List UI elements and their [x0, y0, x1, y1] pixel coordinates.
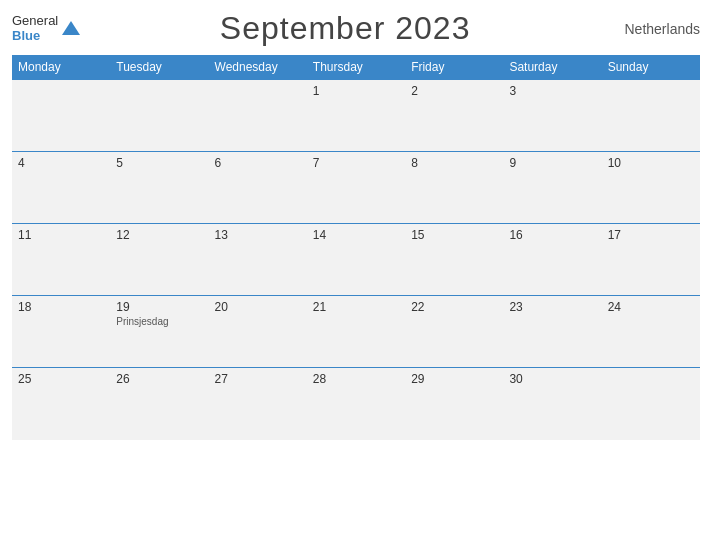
calendar-cell: 20 — [209, 296, 307, 368]
day-number: 11 — [18, 228, 104, 242]
day-number: 22 — [411, 300, 497, 314]
logo: GeneralBlue — [12, 14, 80, 43]
weekday-header: Monday — [12, 55, 110, 80]
day-number: 23 — [509, 300, 595, 314]
calendar-cell: 12 — [110, 224, 208, 296]
calendar-cell: 1 — [307, 80, 405, 152]
calendar-table: MondayTuesdayWednesdayThursdayFridaySatu… — [12, 55, 700, 440]
calendar-cell: 8 — [405, 152, 503, 224]
day-number: 21 — [313, 300, 399, 314]
day-number: 5 — [116, 156, 202, 170]
weekday-header: Wednesday — [209, 55, 307, 80]
weekday-header: Sunday — [602, 55, 700, 80]
day-number: 16 — [509, 228, 595, 242]
day-number: 26 — [116, 372, 202, 386]
calendar-week-row: 123 — [12, 80, 700, 152]
weekday-header: Tuesday — [110, 55, 208, 80]
country-label: Netherlands — [610, 21, 700, 37]
calendar-cell: 21 — [307, 296, 405, 368]
weekday-header: Friday — [405, 55, 503, 80]
logo-text: GeneralBlue — [12, 14, 58, 43]
weekday-header: Thursday — [307, 55, 405, 80]
day-number: 25 — [18, 372, 104, 386]
weekday-header: Saturday — [503, 55, 601, 80]
day-number: 3 — [509, 84, 595, 98]
calendar-cell: 10 — [602, 152, 700, 224]
calendar-cell: 2 — [405, 80, 503, 152]
day-number: 24 — [608, 300, 694, 314]
calendar-cell: 14 — [307, 224, 405, 296]
day-number: 14 — [313, 228, 399, 242]
day-number: 18 — [18, 300, 104, 314]
day-number: 17 — [608, 228, 694, 242]
calendar-container: GeneralBlue September 2023 Netherlands M… — [0, 0, 712, 550]
day-number: 7 — [313, 156, 399, 170]
calendar-cell: 6 — [209, 152, 307, 224]
calendar-cell: 11 — [12, 224, 110, 296]
calendar-cell: 26 — [110, 368, 208, 440]
calendar-cell: 9 — [503, 152, 601, 224]
logo-triangle-icon — [62, 21, 80, 35]
calendar-cell: 19Prinsjesdag — [110, 296, 208, 368]
calendar-cell — [602, 368, 700, 440]
day-number: 15 — [411, 228, 497, 242]
calendar-cell: 22 — [405, 296, 503, 368]
day-number: 4 — [18, 156, 104, 170]
calendar-cell — [12, 80, 110, 152]
calendar-cell: 18 — [12, 296, 110, 368]
calendar-cell: 27 — [209, 368, 307, 440]
day-number: 10 — [608, 156, 694, 170]
day-number: 9 — [509, 156, 595, 170]
day-number: 12 — [116, 228, 202, 242]
calendar-cell: 7 — [307, 152, 405, 224]
calendar-cell: 30 — [503, 368, 601, 440]
calendar-cell — [602, 80, 700, 152]
day-number: 29 — [411, 372, 497, 386]
calendar-week-row: 252627282930 — [12, 368, 700, 440]
weekday-header-row: MondayTuesdayWednesdayThursdayFridaySatu… — [12, 55, 700, 80]
calendar-cell: 17 — [602, 224, 700, 296]
day-number: 27 — [215, 372, 301, 386]
day-number: 6 — [215, 156, 301, 170]
day-number: 8 — [411, 156, 497, 170]
day-number: 20 — [215, 300, 301, 314]
day-number: 1 — [313, 84, 399, 98]
calendar-cell: 23 — [503, 296, 601, 368]
calendar-cell: 15 — [405, 224, 503, 296]
calendar-week-row: 1819Prinsjesdag2021222324 — [12, 296, 700, 368]
calendar-cell: 28 — [307, 368, 405, 440]
calendar-cell — [209, 80, 307, 152]
day-number: 28 — [313, 372, 399, 386]
calendar-cell: 4 — [12, 152, 110, 224]
calendar-cell: 5 — [110, 152, 208, 224]
calendar-cell: 3 — [503, 80, 601, 152]
calendar-cell: 13 — [209, 224, 307, 296]
event-label: Prinsjesdag — [116, 316, 202, 327]
day-number: 19 — [116, 300, 202, 314]
month-title: September 2023 — [80, 10, 610, 47]
calendar-cell: 24 — [602, 296, 700, 368]
calendar-cell — [110, 80, 208, 152]
calendar-week-row: 45678910 — [12, 152, 700, 224]
day-number: 30 — [509, 372, 595, 386]
day-number: 2 — [411, 84, 497, 98]
calendar-cell: 29 — [405, 368, 503, 440]
calendar-header: GeneralBlue September 2023 Netherlands — [12, 10, 700, 47]
calendar-cell: 16 — [503, 224, 601, 296]
calendar-cell: 25 — [12, 368, 110, 440]
calendar-week-row: 11121314151617 — [12, 224, 700, 296]
day-number: 13 — [215, 228, 301, 242]
